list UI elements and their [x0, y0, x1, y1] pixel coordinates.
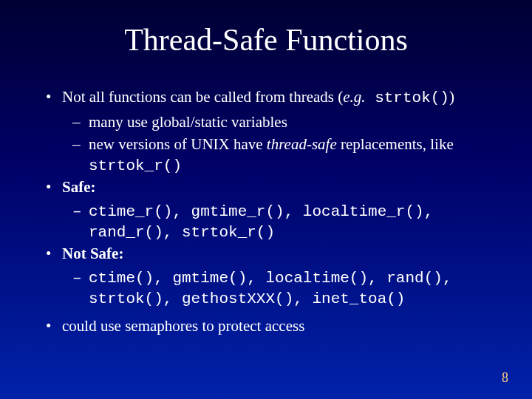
- notsafe-list: ctime(), gmtime(), localtime(), rand(), …: [44, 268, 488, 309]
- subbullet-global: many use global/static variables: [44, 112, 488, 132]
- subbullet-unix-code: strtok_r(): [44, 156, 488, 176]
- bullet-safe: Safe:: [44, 177, 488, 197]
- page-number: 8: [502, 370, 508, 386]
- intro-code: strtok(): [366, 89, 449, 106]
- bullet-notsafe: Not Safe:: [44, 244, 488, 264]
- safe-label: Safe:: [62, 178, 96, 196]
- unix-pre: new versions of UNIX have: [89, 135, 267, 153]
- unix-threadsafe: thread-safe: [267, 135, 337, 153]
- slide-body: Not all functions can be called from thr…: [44, 87, 488, 336]
- safe-list: ctime_r(), gmtime_r(), localtime_r(), ra…: [44, 202, 488, 242]
- notsafe-label: Not Safe:: [62, 245, 123, 262]
- intro-eg: e.g.: [343, 88, 365, 106]
- subbullet-unix: new versions of UNIX have thread-safe re…: [44, 134, 488, 154]
- slide: Thread-Safe Functions Not all functions …: [0, 0, 532, 399]
- bullet-semaphores: could use semaphores to protect access: [44, 316, 488, 336]
- bullet-intro: Not all functions can be called from thr…: [44, 87, 488, 108]
- unix-post: replacements, like: [337, 135, 454, 153]
- intro-text-post: ): [449, 88, 454, 106]
- slide-title: Thread-Safe Functions: [44, 22, 488, 58]
- intro-text-pre: Not all functions can be called from thr…: [62, 88, 343, 106]
